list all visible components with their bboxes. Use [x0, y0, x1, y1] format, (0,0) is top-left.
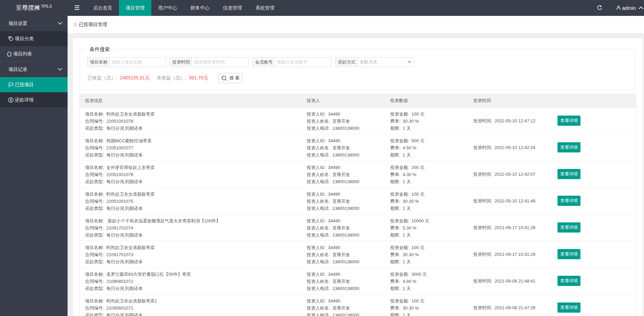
- svg-text:$: $: [10, 98, 12, 102]
